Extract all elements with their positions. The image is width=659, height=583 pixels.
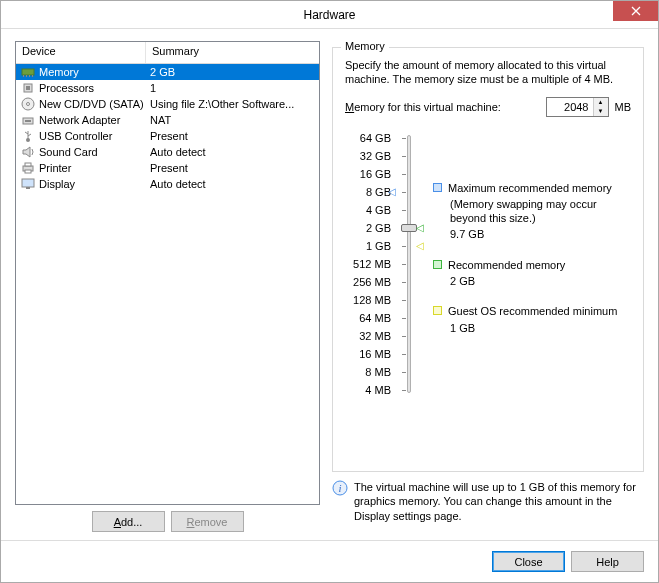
content-area: Device Summary Memory2 GBProcessors1New … bbox=[1, 29, 658, 540]
slider-tick-label: 32 MB bbox=[345, 327, 393, 345]
summary-cell: 1 bbox=[146, 82, 319, 94]
memory-icon bbox=[20, 64, 36, 80]
slider-tick bbox=[402, 318, 406, 319]
slider-tick bbox=[402, 138, 406, 139]
slider-tick-label: 8 GB bbox=[345, 183, 393, 201]
list-row[interactable]: Processors1 bbox=[16, 80, 319, 96]
slider-tick bbox=[402, 192, 406, 193]
device-name: Memory bbox=[39, 66, 79, 78]
slider-tick-label: 64 MB bbox=[345, 309, 393, 327]
legend-max-note: (Memory swapping may occur beyond this s… bbox=[450, 197, 631, 226]
cpu-icon bbox=[20, 80, 36, 96]
list-row[interactable]: Memory2 GB bbox=[16, 64, 319, 80]
legend-recommended-swatch bbox=[433, 260, 442, 269]
summary-cell: Auto detect bbox=[146, 146, 319, 158]
summary-cell: Present bbox=[146, 130, 319, 142]
spinner-down-button[interactable]: ▼ bbox=[594, 107, 608, 116]
groupbox-title: Memory bbox=[341, 40, 389, 52]
slider-tick bbox=[402, 246, 406, 247]
left-button-row: Add... Remove bbox=[15, 511, 320, 532]
svg-rect-0 bbox=[22, 69, 34, 75]
device-name: Printer bbox=[39, 162, 71, 174]
list-row[interactable]: USB ControllerPresent bbox=[16, 128, 319, 144]
svg-rect-13 bbox=[25, 163, 31, 166]
info-text: The virtual machine will use up to 1 GB … bbox=[354, 480, 644, 523]
slider-thumb[interactable] bbox=[401, 224, 417, 232]
slider-tick bbox=[402, 210, 406, 211]
legend-recommended-label: Recommended memory bbox=[448, 258, 565, 272]
slider-tick bbox=[402, 264, 406, 265]
add-button[interactable]: Add... bbox=[92, 511, 165, 532]
net-icon bbox=[20, 112, 36, 128]
titlebar: Hardware bbox=[1, 1, 658, 29]
device-cell: USB Controller bbox=[16, 128, 146, 144]
marker-max-icon: ◁ bbox=[388, 186, 396, 197]
memory-spinner[interactable]: ▲ ▼ bbox=[546, 97, 609, 117]
list-row[interactable]: DisplayAuto detect bbox=[16, 176, 319, 192]
memory-slider-area: 64 GB32 GB16 GB8 GB4 GB2 GB1 GB512 MB256… bbox=[345, 129, 631, 399]
list-row[interactable]: Network AdapterNAT bbox=[16, 112, 319, 128]
slider-tick-label: 4 MB bbox=[345, 381, 393, 399]
slider-tick-label: 256 MB bbox=[345, 273, 393, 291]
cd-icon bbox=[20, 96, 36, 112]
close-button[interactable]: Close bbox=[492, 551, 565, 572]
info-icon: i bbox=[332, 480, 348, 496]
legend-column: Maximum recommended memory (Memory swapp… bbox=[427, 129, 631, 399]
svg-rect-6 bbox=[26, 86, 30, 90]
help-button[interactable]: Help bbox=[571, 551, 644, 572]
slider-tick-labels: 64 GB32 GB16 GB8 GB4 GB2 GB1 GB512 MB256… bbox=[345, 129, 393, 399]
hardware-dialog: Hardware Device Summary Memory2 GBProces… bbox=[0, 0, 659, 583]
header-summary[interactable]: Summary bbox=[146, 42, 319, 63]
memory-input[interactable] bbox=[547, 98, 593, 116]
slider-tick-label: 64 GB bbox=[345, 129, 393, 147]
slider-tick-label: 16 MB bbox=[345, 345, 393, 363]
device-list[interactable]: Device Summary Memory2 GBProcessors1New … bbox=[15, 41, 320, 505]
device-cell: Printer bbox=[16, 160, 146, 176]
legend-max-label: Maximum recommended memory bbox=[448, 181, 612, 195]
memory-input-label: Memory for this virtual machine: bbox=[345, 101, 501, 113]
device-cell: Processors bbox=[16, 80, 146, 96]
svg-point-8 bbox=[27, 103, 30, 106]
display-icon bbox=[20, 176, 36, 192]
slider-tick-label: 512 MB bbox=[345, 255, 393, 273]
device-name: Sound Card bbox=[39, 146, 98, 158]
legend-max: Maximum recommended memory bbox=[433, 181, 631, 195]
slider-tick bbox=[402, 390, 406, 391]
summary-cell: Present bbox=[146, 162, 319, 174]
slider-tick-label: 4 GB bbox=[345, 201, 393, 219]
close-icon bbox=[631, 6, 641, 16]
svg-rect-2 bbox=[26, 75, 27, 77]
slider-tick-label: 2 GB bbox=[345, 219, 393, 237]
slider-tick-label: 128 MB bbox=[345, 291, 393, 309]
memory-unit: MB bbox=[615, 101, 632, 113]
header-device[interactable]: Device bbox=[16, 42, 146, 63]
spinner-up-button[interactable]: ▲ bbox=[594, 98, 608, 107]
slider-tick bbox=[402, 300, 406, 301]
right-panel: Memory Specify the amount of memory allo… bbox=[332, 41, 644, 532]
slider-track bbox=[407, 135, 411, 393]
panels: Device Summary Memory2 GBProcessors1New … bbox=[15, 41, 644, 532]
sound-icon bbox=[20, 144, 36, 160]
list-row[interactable]: New CD/DVD (SATA)Using file Z:\Other Sof… bbox=[16, 96, 319, 112]
legend-min-label: Guest OS recommended minimum bbox=[448, 304, 617, 318]
slider-tick bbox=[402, 372, 406, 373]
legend-min: Guest OS recommended minimum bbox=[433, 304, 631, 318]
memory-groupbox: Memory Specify the amount of memory allo… bbox=[332, 47, 644, 472]
summary-cell: 2 GB bbox=[146, 66, 319, 78]
device-name: Network Adapter bbox=[39, 114, 120, 126]
slider-tick bbox=[402, 336, 406, 337]
memory-slider[interactable]: ◁ ◁ ◁ bbox=[399, 129, 421, 399]
window-title: Hardware bbox=[1, 8, 658, 22]
summary-cell: Auto detect bbox=[146, 178, 319, 190]
slider-tick-label: 8 MB bbox=[345, 363, 393, 381]
list-row[interactable]: Sound CardAuto detect bbox=[16, 144, 319, 160]
device-cell: New CD/DVD (SATA) bbox=[16, 96, 146, 112]
device-name: Processors bbox=[39, 82, 94, 94]
list-body: Memory2 GBProcessors1New CD/DVD (SATA)Us… bbox=[16, 64, 319, 192]
window-close-button[interactable] bbox=[613, 1, 658, 21]
list-row[interactable]: PrinterPresent bbox=[16, 160, 319, 176]
footer: Close Help bbox=[1, 540, 658, 582]
svg-rect-14 bbox=[25, 170, 31, 173]
svg-rect-10 bbox=[25, 120, 31, 122]
slider-tick-label: 1 GB bbox=[345, 237, 393, 255]
